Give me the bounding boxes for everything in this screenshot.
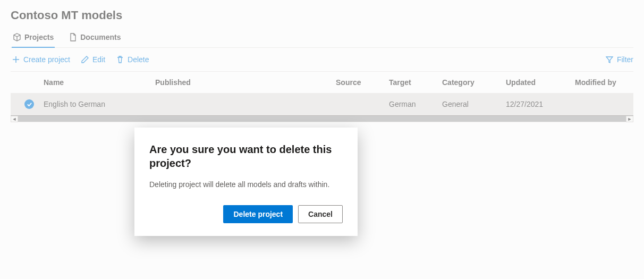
confirm-delete-dialog: Are you sure you want to delete this pro… bbox=[134, 128, 358, 236]
cancel-button[interactable]: Cancel bbox=[298, 205, 343, 223]
dialog-body: Deleting project will delete all models … bbox=[149, 180, 343, 190]
dialog-buttons: Delete project Cancel bbox=[149, 205, 343, 223]
delete-project-button[interactable]: Delete project bbox=[223, 205, 293, 223]
dialog-title: Are you sure you want to delete this pro… bbox=[149, 142, 343, 170]
